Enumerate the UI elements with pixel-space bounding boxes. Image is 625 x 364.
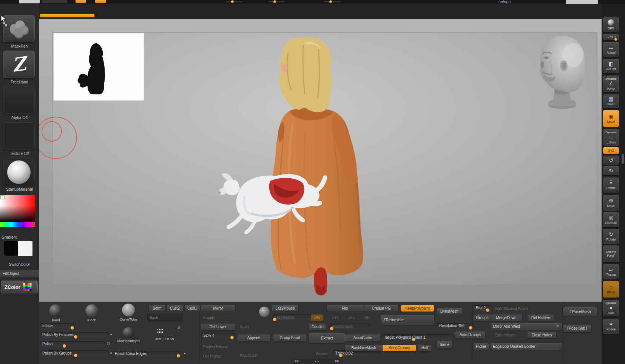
scroll-left-icon[interactable]: ◀◀ [294,359,298,362]
polish-by-groups-mode-dot[interactable] [110,352,112,354]
append-button[interactable]: Append [238,335,270,341]
frame-button[interactable]: ⠿ Frame [603,177,619,193]
edgeloop-masked-border-button[interactable]: Edgeloop Masked Border [491,343,562,350]
top-orange-toggle-2[interactable] [95,0,106,3]
inflate-slider[interactable]: Inflate [40,323,75,329]
mirror-x-button[interactable]: >X< [311,315,323,321]
redo-button[interactable]: ↻ [603,166,619,175]
aahalf-button[interactable]: ◧ AAHalf [603,59,619,73]
split-hidden-button[interactable]: Split Hidden [493,332,518,338]
material-button[interactable] [3,159,35,185]
sdiv-slider[interactable]: SDiv 4 [201,333,235,338]
cust1-button[interactable]: Cust1 [185,305,200,312]
resolution-knob[interactable] [469,326,472,330]
accept-button[interactable]: Accept [314,350,330,357]
target-polygons-knob[interactable] [412,338,415,341]
khatripainteyes-brush-icon[interactable] [123,327,134,338]
curvetube-brush-icon[interactable] [122,304,135,316]
polish-crisp-edges-knob[interactable] [177,354,180,358]
extract-button[interactable]: Extract [309,333,345,343]
blur-knob[interactable] [486,308,489,312]
top-slider-1-knob[interactable] [231,0,234,3]
crease-pg-button[interactable]: Crease PG [364,305,398,312]
mergedown-button[interactable]: MergeDown [491,315,522,321]
mirror-button[interactable]: Mirror [201,305,235,312]
inflate-knob[interactable] [71,326,74,330]
floor-button[interactable]: ▦ Floor [603,94,619,108]
keep-groups-button[interactable]: KeepGroups [383,345,416,351]
color-picker[interactable] [0,195,35,222]
picker-button[interactable]: Picker [474,343,489,350]
zoom3d-button[interactable]: ◎ Zoom3D [603,212,619,227]
sdiv-knob[interactable] [230,336,234,339]
bpr-button[interactable]: BPR [603,17,619,32]
split-masked-points-button[interactable]: Split Masked Points [493,305,531,312]
lazyradius-slider[interactable]: LazyRadius [272,315,315,320]
secondary-color-swatch[interactable] [18,241,32,256]
thick-knob[interactable] [339,354,343,357]
del-higher-button[interactable]: Del Higher [201,353,223,359]
apply-button[interactable]: Apply [238,324,252,330]
top-slider-2-knob[interactable] [273,0,276,3]
zremesher-button[interactable]: ZRemesher [381,315,434,325]
lazyradius-knob[interactable] [273,318,276,321]
local-button[interactable]: ◉ Local [603,110,619,127]
botm-button[interactable]: Botm [149,305,165,312]
polish-by-groups-knob[interactable] [74,354,77,357]
undo-button[interactable]: ↺ [603,156,619,165]
gradient-toggle[interactable]: Gradient [0,235,39,239]
ghost-button[interactable]: ○ Ghost [603,281,619,298]
top-orange-toggle-1[interactable] [76,0,86,3]
auto-groups-button[interactable]: Auto Groups [455,332,485,338]
half-button[interactable]: Half [418,345,431,351]
tray-scrollbar[interactable]: ◀◀ ▲▲ ▶▶ [292,359,342,363]
radialcount-knob[interactable] [330,327,333,330]
cust2-button[interactable]: Cust2 [167,305,183,312]
resolution-slider[interactable]: Resolution 456 [437,323,474,329]
brush-maskpen-button[interactable] [3,15,35,42]
thick-slider[interactable]: Thick 0.02 [333,350,370,356]
alpha-off-button[interactable] [3,86,35,114]
back-input[interactable]: Back [147,315,183,321]
paint-brush-icon[interactable] [49,304,62,317]
polish-by-features-knob[interactable] [74,335,77,339]
mirror-y-button[interactable]: >Y< [329,315,342,321]
polish-by-features-slider[interactable]: Polish By Features [40,332,109,338]
double-button[interactable]: Double [309,324,326,330]
solo-button[interactable]: Dynamic ● Solo [603,300,619,316]
radialcount-slider[interactable]: RadialCount [329,324,370,329]
top-slider-2[interactable] [268,1,285,2]
top-slider-1[interactable] [226,1,242,2]
xyz-button[interactable]: XYZ [603,147,619,154]
flip-button[interactable]: Flip [327,305,363,312]
close-holes-button[interactable]: Close Holes [528,332,556,338]
del-hidden-button[interactable]: Del Hidden [528,315,554,321]
scroll-right-icon[interactable]: ▶▶ [335,359,340,362]
polish-knob[interactable] [63,344,66,348]
active-tab-indicator[interactable] [40,14,94,17]
xpose-button[interactable]: ∗ Xpose [603,319,619,334]
top-slider-3-knob[interactable] [329,0,332,3]
viewport-canvas[interactable] [39,19,602,302]
lazymouse-button[interactable]: LazyMouse [272,305,298,312]
stroke-freehand-button[interactable]: Z [3,51,35,78]
current-color-swatch[interactable] [0,195,5,199]
right-scrollbar-thumb[interactable] [622,154,624,164]
actual-button[interactable]: ▭ Actual [603,42,619,57]
spix-slider[interactable]: SPix 3 [603,34,619,40]
lsym-button[interactable]: Dynamic ↔ L.Sym [603,129,619,146]
top-slider-3[interactable] [324,1,341,2]
move-button[interactable]: ⊕ Move [603,195,619,211]
dynamesh-button[interactable]: DynaMesh [437,308,462,315]
texture-off-button[interactable] [3,122,35,150]
transp-button[interactable]: ▱ Transp [603,264,619,279]
spix-knob[interactable] [614,38,617,41]
polish-crisp-edges-mode-dot[interactable] [184,353,185,354]
keep-polypaint-button[interactable]: KeepPolypaint [401,305,434,312]
adjustlast-button[interactable]: AdjustLast [238,352,260,359]
mirror-z-button[interactable]: >Z< [345,315,358,321]
polyf-button[interactable]: Line Fill PolyF [603,245,619,262]
tpose-subt-button[interactable]: TPose|SubT [563,325,591,332]
enable-button[interactable]: Enable [201,315,217,321]
scroll-up-icon[interactable]: ▲▲ [314,360,319,362]
